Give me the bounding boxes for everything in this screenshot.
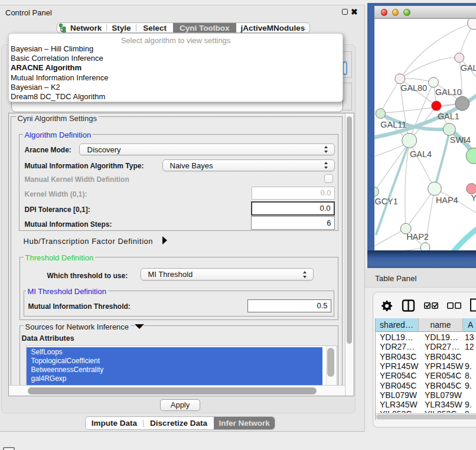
- svg-text:GAL80: GAL80: [400, 83, 427, 93]
- svg-text:HAP2: HAP2: [406, 232, 429, 242]
- svg-text:GAL: GAL: [461, 63, 476, 73]
- svg-text:GCY1: GCY1: [374, 197, 397, 206]
- svg-text:GAL10: GAL10: [435, 87, 462, 97]
- svg-text:Y: Y: [471, 193, 476, 203]
- svg-text:GAL1: GAL1: [438, 112, 459, 121]
- svg-text:GAL11: GAL11: [380, 120, 406, 129]
- svg-text:GAL4: GAL4: [410, 149, 432, 159]
- svg-text:SWI4: SWI4: [450, 135, 471, 145]
- svg-text:HAP4: HAP4: [436, 195, 458, 205]
